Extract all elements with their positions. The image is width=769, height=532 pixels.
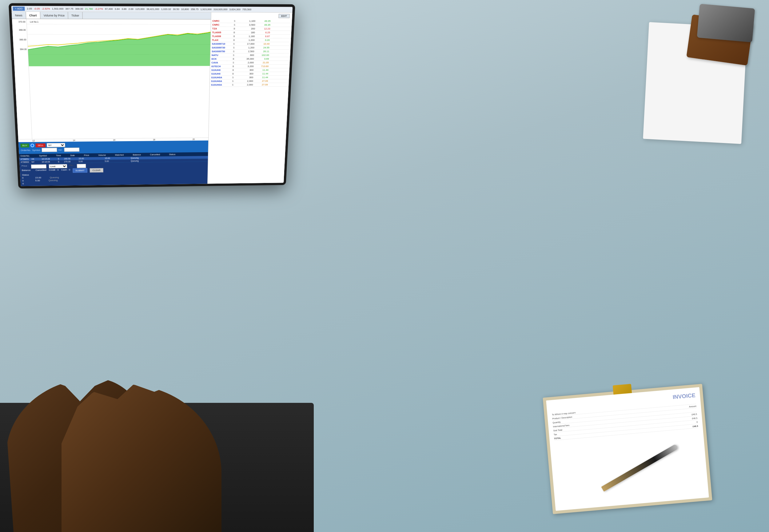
row1-matched — [92, 157, 102, 160]
market-depth-table: CNRC S 1,100 49.35 CNRC S 3,500 49.35 — [208, 19, 292, 184]
row2-balance: 5.00 — [105, 160, 115, 162]
row2-time: 10:16:09 — [42, 161, 55, 163]
symbol-input[interactable] — [42, 148, 57, 152]
depth-price-5: 0.20 — [256, 39, 270, 42]
tab-news[interactable]: News — [12, 12, 26, 19]
cash-label: Cash : 0 — [61, 169, 70, 173]
depth-row-15[interactable]: S10UH0A S 300 11.44 — [210, 76, 289, 80]
depth-vol-10: 35,000 — [239, 58, 254, 60]
depth-price-14: 11.44 — [255, 72, 269, 75]
depth-vol-15: 300 — [238, 76, 253, 79]
ticker-755k: 755,500 — [242, 8, 252, 11]
depth-price-1: 49.35 — [257, 23, 271, 26]
row2-matched — [92, 160, 102, 162]
add-button[interactable]: + ADD — [13, 6, 25, 11]
edit-button[interactable]: EDIT — [278, 14, 290, 18]
depth-symbol-17: S10UH0A — [211, 83, 231, 86]
ticker-extra-2: 2.00 — [129, 8, 133, 11]
row2-orderno: 4738902 — [21, 161, 29, 163]
pin-input[interactable] — [77, 164, 86, 168]
tab-volume-by-price[interactable]: Volume by Price — [40, 12, 68, 19]
depth-price-13: 11.44 — [255, 69, 269, 71]
depth-row-0[interactable]: CNRC S 1,100 49.35 — [211, 19, 292, 23]
depth-row-13[interactable]: S10UH0 B 300 11.44 — [210, 68, 289, 72]
status-queuing-2: Queuing — [48, 179, 58, 182]
depth-vol-14: 300 — [238, 72, 253, 75]
row2-status: Queuing — [131, 160, 139, 162]
depth-symbol-15: S10UH0A — [211, 76, 231, 79]
buy-button[interactable]: BUY — [20, 143, 29, 147]
depth-row-10[interactable]: ECK B 35,000 0.69 — [210, 57, 290, 61]
depth-row-3[interactable]: TLA005 B 180 6.25 — [211, 31, 291, 35]
depth-row-7[interactable]: SAS009730 S 1,200 24.55 — [210, 46, 291, 50]
sell-radio[interactable] — [30, 143, 35, 147]
depth-side-6: S — [233, 43, 238, 45]
order-type-select[interactable]: Limit — [49, 164, 67, 169]
ticker-1923k: 1,923,000 — [200, 8, 212, 11]
laptop-screen-bezel: + ADD 2.05 -0.05 -2.92% 1,502,000 367.75… — [9, 3, 295, 189]
depth-symbol-0: CNRC — [212, 19, 233, 22]
order-panel: BUY SELL NY HK OrderNo. Symbol Vol : — [18, 141, 208, 154]
depth-row-1[interactable]: CNRC S 3,500 49.35 — [211, 23, 292, 27]
invoice-label-4: Sub Total — [553, 429, 563, 432]
depth-row-14[interactable]: S10UH0 B 300 11.44 — [210, 72, 289, 76]
depth-row-9[interactable]: NATU S 600 102.00 — [210, 54, 290, 57]
depth-price-4: 6.87 — [256, 35, 270, 38]
invoice-value-1: Amount — [689, 405, 696, 408]
depth-row-8[interactable]: SAS009750 S 2,500 26.11 — [210, 50, 290, 54]
depth-symbol-4: TLA008 — [212, 35, 232, 38]
depth-row-16[interactable]: S10UH0A S 2,000 27.09 — [210, 79, 289, 83]
balance-value — [33, 169, 33, 173]
svg-line-0 — [27, 24, 211, 25]
depth-row-6[interactable]: SAS009710 S 17,000 10.40 — [211, 42, 291, 46]
submit-button[interactable]: SUBMIT — [73, 168, 87, 173]
depth-vol-11: 2,000 — [238, 61, 254, 64]
ticker-1020: 1,020.32 — [161, 8, 171, 11]
symbol-label: Symbol — [32, 149, 40, 151]
depth-row-11[interactable]: CAVA S 2,000 21.05 — [210, 61, 290, 65]
depth-row-12[interactable]: IGTECH B 3,200 713.60 — [210, 65, 290, 69]
col-side: Side — [70, 154, 75, 157]
depth-vol-8: 2,500 — [239, 50, 254, 53]
balance-5: 5.00 — [35, 179, 40, 182]
ticker-30: 30.50 — [173, 8, 179, 11]
price-label-364: 364.00 — [20, 48, 27, 50]
depth-row-17[interactable]: S10UH0A S 2,000 27.09 — [210, 83, 289, 87]
depth-row-2[interactable]: TZA B 200 12.23 — [211, 27, 292, 31]
chart-svg — [26, 19, 211, 66]
hand-right — [62, 384, 221, 532]
depth-row-5[interactable]: TLAX B 1,200 0.20 — [211, 38, 291, 42]
depth-symbol-1: CNRC — [212, 23, 233, 26]
depth-vol-9: 600 — [239, 54, 254, 57]
depth-symbol-8: SAS009750 — [212, 50, 232, 53]
row1-price: 160.50 — [64, 157, 76, 160]
clipboard: INVOICE To Whom it may concern Product /… — [543, 384, 712, 514]
right-panel: EDIT CNRC S 1,100 49.35 CNRC S 3,500 — [208, 12, 292, 184]
depth-price-2: 12.23 — [256, 27, 270, 30]
depth-side-3: B — [233, 31, 238, 34]
depth-symbol-3: TLA005 — [212, 31, 232, 34]
market-select[interactable]: NY HK — [47, 143, 66, 147]
ticker-pct-1: -2.92% — [42, 7, 50, 10]
col-time: Time — [56, 154, 61, 157]
price-input[interactable] — [31, 164, 46, 169]
depth-side-0: S — [234, 20, 238, 22]
depth-price-16: 27.09 — [254, 80, 268, 82]
depth-price-7: 24.55 — [256, 46, 269, 49]
depth-price-9: 102.00 — [255, 54, 269, 57]
price-label-370: 370.00 — [18, 21, 26, 23]
depth-vol-2: 200 — [240, 27, 255, 30]
depth-vol-16: 2,000 — [238, 80, 253, 82]
tab-chart[interactable]: Chart — [26, 12, 41, 19]
depth-symbol-5: TLAX — [212, 39, 232, 42]
vol-input[interactable] — [64, 148, 79, 152]
tab-ticker[interactable]: Ticker — [68, 12, 83, 19]
invoice-value-6: £46.5 — [693, 425, 698, 428]
invoice-value-0 — [696, 401, 696, 403]
depth-vol-5: 1,200 — [239, 39, 255, 42]
depth-row-4[interactable]: TLA008 B 1,180 6.87 — [211, 34, 291, 38]
clear-button[interactable]: CLEAR — [90, 168, 103, 173]
sell-button[interactable]: SELL — [36, 143, 46, 147]
ticker-col3-2: 3.86 — [122, 8, 126, 11]
depth-vol-12: 3,200 — [238, 65, 254, 68]
